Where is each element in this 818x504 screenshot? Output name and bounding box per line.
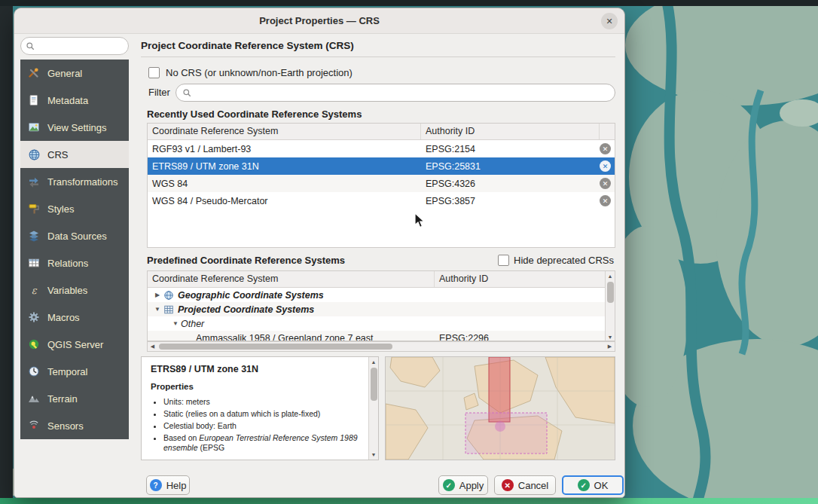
- sidebar-item-qgis-server[interactable]: QGIS Server: [20, 331, 129, 358]
- scroll-right-icon[interactable]: ▶: [605, 342, 615, 351]
- sidebar-item-label: Variables: [47, 285, 87, 296]
- image-icon: [26, 120, 41, 135]
- crs-row-wgs84[interactable]: WGS 84 EPSG:4326 ✕: [148, 175, 615, 192]
- table-icon: [26, 255, 41, 270]
- sidebar-item-data-sources[interactable]: Data Sources: [20, 222, 129, 249]
- dialog-title: Project Properties — CRS: [259, 15, 380, 26]
- column-header-authority[interactable]: Authority ID: [421, 124, 600, 139]
- help-button[interactable]: ? Help: [146, 475, 190, 495]
- remove-crs-icon[interactable]: ✕: [600, 178, 611, 189]
- sidebar-item-label: Macros: [47, 312, 80, 323]
- sidebar-item-relations[interactable]: Relations: [20, 249, 129, 276]
- crs-authority: EPSG:25831: [421, 161, 615, 172]
- crs-name: ETRS89 / UTM zone 31N: [148, 161, 421, 172]
- search-icon: [182, 88, 192, 98]
- cancel-cross-icon: ✕: [502, 479, 514, 491]
- filter-field[interactable]: [176, 84, 615, 102]
- tree-label: Ammassalik 1958 / Greenland zone 7 east: [196, 333, 374, 342]
- expand-right-icon[interactable]: ▶: [152, 292, 163, 298]
- tree-row-geographic[interactable]: ▶ Geographic Coordinate Systems: [148, 288, 615, 302]
- crs-property: Units: meters: [163, 397, 360, 408]
- tree-row-ammassalik[interactable]: Ammassalik 1958 / Greenland zone 7 east …: [148, 331, 615, 341]
- no-crs-checkbox[interactable]: [148, 67, 160, 78]
- tree-label: Other: [181, 319, 204, 329]
- apply-check-icon: ✓: [443, 479, 455, 491]
- sidebar-item-label: Temporal: [47, 366, 87, 377]
- sidebar-item-metadata[interactable]: Metadata: [20, 87, 129, 114]
- filter-input[interactable]: [197, 87, 609, 98]
- sidebar-item-label: Styles: [47, 203, 74, 215]
- sidebar-search-input[interactable]: [38, 41, 114, 51]
- hide-deprecated-row: Hide deprecated CRSs: [498, 255, 614, 266]
- scroll-up-icon[interactable]: ▲: [369, 357, 378, 367]
- scroll-thumb[interactable]: [159, 344, 392, 350]
- crs-authority: EPSG:4326: [421, 179, 615, 189]
- grid-icon: [163, 304, 175, 315]
- crs-authority: EPSG:2154: [421, 144, 615, 154]
- sidebar-item-crs[interactable]: CRS: [20, 141, 129, 168]
- remove-crs-icon[interactable]: ✕: [600, 160, 611, 172]
- app-top-strip: [0, 0, 818, 6]
- tools-icon: [26, 66, 41, 81]
- column-header-crs[interactable]: Coordinate Reference System: [148, 271, 435, 287]
- cancel-button-label: Cancel: [518, 480, 548, 491]
- scroll-up-icon[interactable]: ▲: [606, 271, 615, 281]
- recent-table-header: Coordinate Reference System Authority ID: [148, 124, 615, 140]
- tree-label: Geographic Coordinate Systems: [178, 290, 324, 301]
- sidebar-item-label: View Settings: [47, 122, 107, 133]
- scroll-down-icon[interactable]: ▼: [369, 450, 378, 460]
- remove-crs-icon[interactable]: ✕: [600, 143, 611, 154]
- cancel-button[interactable]: ✕ Cancel: [494, 475, 556, 495]
- tree-row-projected[interactable]: ▼ Projected Coordinate Systems: [148, 302, 615, 316]
- sidebar-item-variables[interactable]: ε Variables: [20, 276, 129, 304]
- layers-icon: [26, 228, 41, 243]
- sidebar-item-transformations[interactable]: Transformations: [20, 168, 129, 195]
- sidebar-item-general[interactable]: General: [20, 60, 129, 87]
- dialog-titlebar[interactable]: Project Properties — CRS ✕: [14, 8, 624, 34]
- sidebar-item-label: QGIS Server: [47, 339, 103, 350]
- sidebar-item-label: CRS: [47, 149, 68, 160]
- predefined-vertical-scrollbar[interactable]: ▲ ▼: [605, 271, 615, 341]
- tree-row-other[interactable]: ▼ Other: [148, 316, 615, 331]
- ok-button[interactable]: ✓ OK: [562, 475, 624, 495]
- apply-button[interactable]: ✓ Apply: [438, 475, 488, 495]
- sidebar-item-label: General: [47, 68, 82, 79]
- column-header-crs[interactable]: Coordinate Reference System: [148, 124, 421, 139]
- clock-icon: [26, 364, 41, 379]
- crs-row-rgf93[interactable]: RGF93 v1 / Lambert-93 EPSG:2154 ✕: [148, 140, 615, 157]
- sidebar-search[interactable]: [20, 37, 129, 55]
- hide-deprecated-checkbox[interactable]: [498, 255, 509, 266]
- crs-row-etrs89-selected[interactable]: ETRS89 / UTM zone 31N EPSG:25831 ✕: [148, 157, 615, 175]
- scroll-thumb[interactable]: [607, 282, 614, 303]
- globe-icon: [26, 147, 41, 162]
- filter-label: Filter: [148, 87, 170, 98]
- crs-row-pseudo-mercator[interactable]: WGS 84 / Pseudo-Mercator EPSG:3857 ✕: [148, 192, 615, 209]
- recent-section-title: Recently Used Coordinate Reference Syste…: [147, 108, 362, 120]
- predefined-horizontal-scrollbar[interactable]: ◀ ▶: [147, 341, 615, 352]
- crs-authority: EPSG:3857: [421, 196, 615, 206]
- scroll-down-icon[interactable]: ▼: [606, 332, 615, 341]
- sidebar-item-macros[interactable]: Macros: [20, 304, 129, 331]
- crs-properties-heading: Properties: [151, 382, 360, 391]
- expand-down-icon[interactable]: ▼: [170, 320, 181, 327]
- no-crs-label: No CRS (or unknown/non-Earth projection): [166, 67, 353, 78]
- sidebar-item-view-settings[interactable]: View Settings: [20, 114, 129, 141]
- sidebar-item-terrain[interactable]: Terrain: [20, 385, 129, 412]
- column-header-authority[interactable]: Authority ID: [435, 271, 615, 287]
- crs-authority: EPSG:2296: [439, 333, 489, 342]
- scroll-left-icon[interactable]: ◀: [148, 342, 157, 351]
- apply-button-label: Apply: [459, 480, 484, 491]
- no-crs-row: No CRS (or unknown/non-Earth projection): [148, 67, 353, 78]
- sidebar-item-temporal[interactable]: Temporal: [20, 358, 129, 385]
- remove-crs-icon[interactable]: ✕: [600, 195, 611, 206]
- sidebar-item-sensors[interactable]: Sensors: [20, 412, 129, 439]
- crs-name: RGF93 v1 / Lambert-93: [148, 144, 421, 154]
- crs-extent-map-preview: [385, 356, 615, 460]
- crs-details-panel: ETRS89 / UTM zone 31N Properties Units: …: [141, 356, 379, 460]
- scroll-thumb[interactable]: [371, 368, 377, 401]
- details-vertical-scrollbar[interactable]: ▲ ▼: [368, 357, 378, 460]
- expand-down-icon[interactable]: ▼: [152, 306, 163, 313]
- sidebar-item-styles[interactable]: Styles: [20, 195, 129, 222]
- close-icon[interactable]: ✕: [601, 13, 618, 29]
- document-icon: [26, 93, 41, 108]
